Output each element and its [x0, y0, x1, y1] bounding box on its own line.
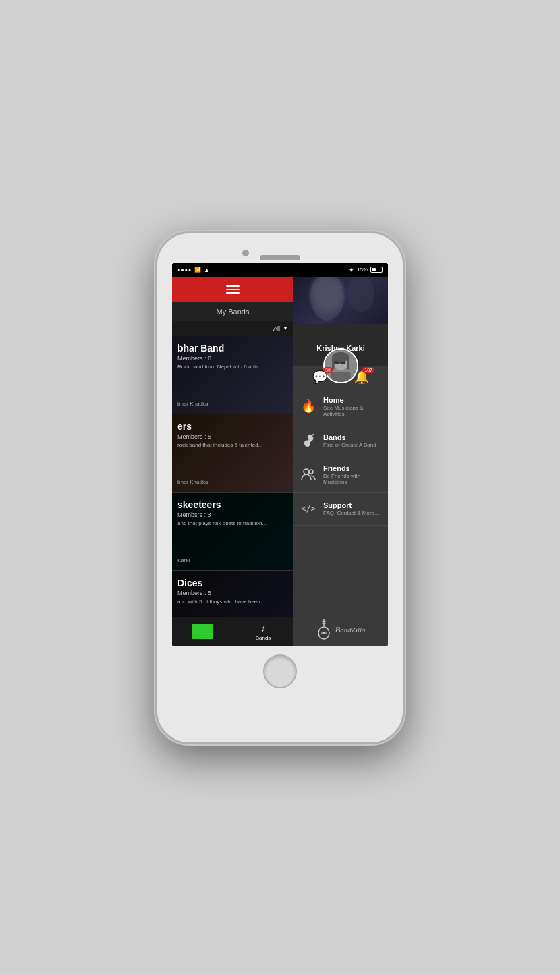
- band-members: Members : 5: [177, 590, 288, 596]
- menu-list: 🔥 Home See Musicians & Activities: [293, 389, 388, 613]
- battery-icon: [370, 267, 383, 273]
- bg-silhouette: [293, 277, 388, 324]
- signal-dots: ●●●●: [177, 267, 192, 272]
- friends-subtitle: Be Friends with Musicians: [323, 473, 383, 485]
- svg-rect-6: [339, 362, 340, 363]
- wifi-icon: ▲: [204, 267, 210, 273]
- phone-screen: ●●●● 📶 ▲ ✦ 15%: [172, 263, 388, 646]
- status-bar: ●●●● 📶 ▲ ✦ 15%: [172, 263, 388, 277]
- filter-bar[interactable]: All ▼: [172, 321, 293, 336]
- sensor: [311, 250, 318, 256]
- band-desc: Rock band from Nepal with 6 artis...: [177, 364, 288, 370]
- filter-dropdown-icon: ▼: [283, 325, 288, 331]
- earpiece: [260, 255, 300, 260]
- tab-item[interactable]: [172, 624, 233, 639]
- avatar-image: [325, 348, 357, 383]
- band-name: bhar Band: [177, 343, 288, 354]
- profile-bg: [293, 277, 388, 324]
- band-name: Dices: [177, 578, 288, 588]
- chat-notification[interactable]: 💬 36: [312, 370, 327, 385]
- band-members: Members : 6: [177, 355, 288, 362]
- my-bands-label: My Bands: [217, 308, 250, 316]
- green-box-icon: [192, 624, 213, 639]
- svg-rect-8: [332, 357, 335, 369]
- svg-rect-9: [347, 357, 349, 369]
- bandzilla-guitar-icon: [316, 619, 332, 640]
- home-button[interactable]: [263, 654, 297, 688]
- band-card-content: Dices Members : 5 and with 5 oldboys.who…: [172, 571, 293, 617]
- band-card[interactable]: skeeteers Membsrs : 3 and that plays fol…: [172, 493, 293, 571]
- menu-item-friends[interactable]: Friends Be Friends with Musicians: [293, 457, 388, 493]
- menu-item-support-text: Support FAQ, Contact & More...: [323, 501, 379, 516]
- left-panel: My Bands All ▼ bhar Band Members :: [172, 277, 293, 646]
- menu-item-home[interactable]: 🔥 Home See Musicians & Activities: [293, 389, 388, 424]
- right-panel: Krishna Karki Vocalist 💬 36 🔔 187: [293, 277, 388, 646]
- filter-label: All: [273, 325, 280, 332]
- friends-icon: [299, 465, 318, 484]
- band-desc: and with 5 oldboys.who have been...: [177, 598, 288, 605]
- bands-title: Bands: [323, 433, 376, 441]
- phone-bottom: [263, 646, 297, 688]
- band-card[interactable]: bhar Band Members : 6 Rock band from Nep…: [172, 336, 293, 414]
- signal-bars: 📶: [194, 267, 201, 273]
- front-camera: [242, 250, 249, 256]
- profile-section: Krishna Karki Vocalist: [293, 277, 388, 366]
- svg-point-12: [304, 469, 309, 474]
- bell-notification[interactable]: 🔔 187: [354, 370, 369, 385]
- menu-item-bands[interactable]: Bands Find or Create A Band: [293, 424, 388, 457]
- chat-badge: 36: [323, 367, 333, 373]
- support-title: Support: [323, 501, 379, 509]
- menu-item-friends-text: Friends Be Friends with Musicians: [323, 464, 383, 485]
- logo-text: BandZilla: [335, 624, 365, 635]
- app-content: My Bands All ▼ bhar Band Members :: [172, 277, 388, 646]
- band-desc: rock band that includes 5 talented...: [177, 442, 288, 448]
- band-card-content: skeeteers Membsrs : 3 and that plays fol…: [172, 493, 293, 570]
- band-creator: bhar Khadka: [177, 401, 288, 407]
- band-card-content: bhar Band Members : 6 Rock band from Nep…: [172, 336, 293, 414]
- bands-tab-icon: ♪: [261, 623, 266, 634]
- friends-title: Friends: [323, 464, 383, 472]
- band-card[interactable]: Dices Members : 5 and with 5 oldboys.who…: [172, 571, 293, 617]
- svg-point-13: [309, 470, 313, 474]
- battery-percent: 15%: [357, 267, 368, 273]
- bell-badge: 187: [362, 367, 374, 373]
- support-subtitle: FAQ, Contact & More...: [323, 510, 379, 516]
- status-left: ●●●● 📶 ▲: [177, 267, 210, 273]
- phone-shell: ●●●● 📶 ▲ ✦ 15%: [155, 231, 405, 744]
- svg-point-7: [332, 352, 349, 362]
- guitar-icon: [299, 431, 318, 450]
- band-list: bhar Band Members : 6 Rock band from Nep…: [172, 336, 293, 617]
- avatar: [323, 348, 358, 383]
- band-creator: bhar Khadka: [177, 479, 288, 485]
- bands-tab-label: Bands: [256, 635, 271, 641]
- band-card-content: ers Members : 5 rock band that includes …: [172, 414, 293, 492]
- tab-bands[interactable]: ♪ Bands: [233, 623, 293, 641]
- band-name: ers: [177, 421, 288, 432]
- menu-item-support[interactable]: </> Support FAQ, Contact & More...: [293, 493, 388, 526]
- band-name: skeeteers: [177, 499, 288, 510]
- bottom-tabs: ♪ Bands: [172, 617, 293, 646]
- band-members: Membsrs : 3: [177, 511, 288, 518]
- band-card[interactable]: ers Members : 5 rock band that includes …: [172, 414, 293, 493]
- svg-line-11: [312, 434, 314, 436]
- support-icon: </>: [299, 499, 318, 518]
- bandzilla-logo: BandZilla: [293, 613, 388, 646]
- svg-point-0: [310, 277, 344, 321]
- menu-item-bands-text: Bands Find or Create A Band: [323, 433, 376, 448]
- my-bands-bar: My Bands: [172, 302, 293, 321]
- menu-item-home-text: Home See Musicians & Activities: [323, 396, 383, 417]
- status-right: ✦ 15%: [349, 267, 383, 273]
- band-desc: and that plays folk beats in tradition..…: [177, 520, 288, 526]
- bluetooth-icon: ✦: [349, 267, 354, 273]
- home-subtitle: See Musicians & Activities: [323, 405, 383, 417]
- home-icon: 🔥: [299, 397, 318, 416]
- bands-subtitle: Find or Create A Band: [323, 442, 376, 448]
- band-creator: Karki: [177, 557, 288, 563]
- app-header: [172, 277, 293, 302]
- svg-rect-10: [331, 372, 351, 383]
- home-title: Home: [323, 396, 383, 404]
- hamburger-button[interactable]: [226, 285, 240, 294]
- band-members: Members : 5: [177, 433, 288, 440]
- svg-point-1: [347, 277, 374, 312]
